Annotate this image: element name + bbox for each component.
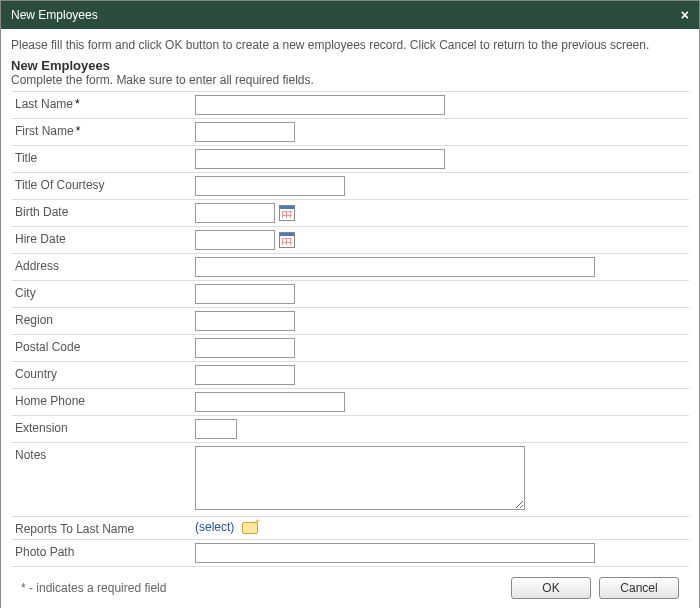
title-label: Title bbox=[11, 145, 191, 172]
dialog-titlebar: New Employees × bbox=[1, 1, 699, 29]
notes-textarea[interactable] bbox=[195, 446, 525, 510]
notes-label: Notes bbox=[11, 442, 191, 516]
region-input[interactable] bbox=[195, 311, 295, 331]
title-of-courtesy-input[interactable] bbox=[195, 176, 345, 196]
title-of-courtesy-label: Title Of Courtesy bbox=[11, 172, 191, 199]
cancel-button[interactable]: Cancel bbox=[599, 577, 679, 599]
hire-date-label: Hire Date bbox=[11, 226, 191, 253]
home-phone-label: Home Phone bbox=[11, 388, 191, 415]
section-header: New Employees bbox=[11, 58, 689, 73]
address-label: Address bbox=[11, 253, 191, 280]
reports-to-label: Reports To Last Name bbox=[11, 516, 191, 539]
ok-button[interactable]: OK bbox=[511, 577, 591, 599]
form-table: Last Name* First Name* Title Title Of Co… bbox=[11, 91, 689, 567]
hire-date-input[interactable] bbox=[195, 230, 275, 250]
country-input[interactable] bbox=[195, 365, 295, 385]
postal-code-input[interactable] bbox=[195, 338, 295, 358]
address-input[interactable] bbox=[195, 257, 595, 277]
required-star: * bbox=[75, 97, 80, 111]
first-name-label: First Name* bbox=[11, 118, 191, 145]
last-name-input[interactable] bbox=[195, 95, 445, 115]
required-note: * - indicates a required field bbox=[21, 581, 166, 595]
extension-input[interactable] bbox=[195, 419, 237, 439]
dialog-footer: * - indicates a required field OK Cancel bbox=[11, 567, 689, 608]
city-label: City bbox=[11, 280, 191, 307]
country-label: Country bbox=[11, 361, 191, 388]
calendar-icon[interactable] bbox=[279, 232, 295, 248]
lookup-icon[interactable] bbox=[242, 522, 258, 534]
photo-path-input[interactable] bbox=[195, 543, 595, 563]
birth-date-input[interactable] bbox=[195, 203, 275, 223]
birth-date-label: Birth Date bbox=[11, 199, 191, 226]
first-name-input[interactable] bbox=[195, 122, 295, 142]
title-input[interactable] bbox=[195, 149, 445, 169]
photo-path-label: Photo Path bbox=[11, 539, 191, 566]
section-subtext: Complete the form. Make sure to enter al… bbox=[11, 73, 689, 87]
dialog-content: Please fill this form and click OK butto… bbox=[1, 29, 699, 608]
reports-to-select-link[interactable]: (select) bbox=[195, 520, 234, 534]
new-employees-dialog: New Employees × Please fill this form an… bbox=[0, 0, 700, 608]
button-bar: OK Cancel bbox=[511, 577, 679, 599]
calendar-icon[interactable] bbox=[279, 205, 295, 221]
region-label: Region bbox=[11, 307, 191, 334]
last-name-label: Last Name* bbox=[11, 91, 191, 118]
instructions-text: Please fill this form and click OK butto… bbox=[11, 37, 689, 54]
close-icon[interactable]: × bbox=[681, 7, 689, 23]
home-phone-input[interactable] bbox=[195, 392, 345, 412]
postal-code-label: Postal Code bbox=[11, 334, 191, 361]
extension-label: Extension bbox=[11, 415, 191, 442]
required-star: * bbox=[76, 124, 81, 138]
city-input[interactable] bbox=[195, 284, 295, 304]
dialog-title: New Employees bbox=[11, 8, 98, 22]
